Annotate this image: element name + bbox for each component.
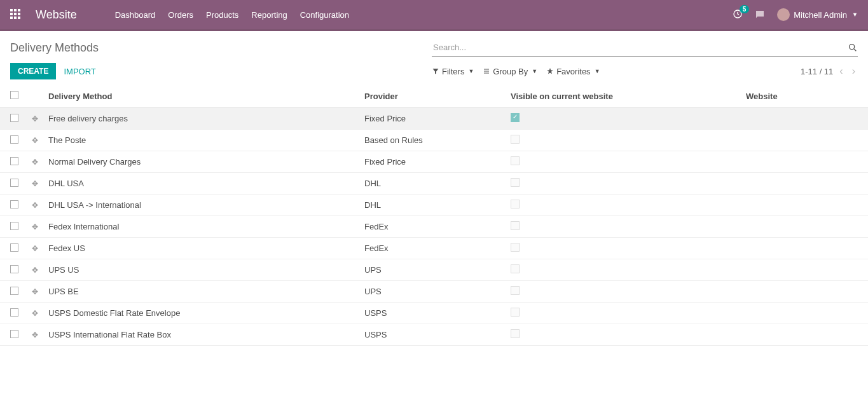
table-row[interactable]: ✥UPS USUPS: [0, 259, 868, 281]
table-row[interactable]: ✥Free delivery chargesFixed Price: [0, 108, 868, 130]
activity-badge: 5: [740, 5, 750, 13]
pager-prev[interactable]: ‹: [837, 65, 845, 77]
table-row[interactable]: ✥USPS International Flat Rate BoxUSPS: [0, 324, 868, 346]
search-icon[interactable]: [848, 43, 858, 53]
row-checkbox[interactable]: [10, 308, 18, 317]
cell-provider: UPS: [359, 259, 506, 281]
apps-icon[interactable]: [10, 9, 22, 20]
visible-checkbox: [511, 308, 520, 317]
row-checkbox[interactable]: [10, 243, 18, 252]
menu-dashboard[interactable]: Dashboard: [109, 10, 162, 20]
filter-area: Filters ▼ Group By ▼ Favorites ▼ 1-11 / …: [432, 65, 858, 77]
drag-handle-icon[interactable]: ✥: [32, 179, 38, 188]
favorites-button[interactable]: Favorites ▼: [546, 67, 600, 76]
pager-next[interactable]: ›: [850, 65, 858, 77]
visible-checkbox: [511, 221, 520, 230]
visible-checkbox: [511, 329, 520, 338]
select-all-checkbox[interactable]: [10, 91, 18, 99]
cell-provider: USPS: [359, 324, 506, 346]
control-panel: Delivery Methods CREATE IMPORT Filters ▼…: [0, 31, 868, 85]
visible-checkbox: [511, 286, 520, 295]
row-checkbox[interactable]: [10, 222, 18, 230]
star-icon: [546, 67, 554, 75]
menu-configuration[interactable]: Configuration: [294, 10, 355, 20]
cell-website: [741, 173, 868, 195]
menu-reporting[interactable]: Reporting: [245, 10, 293, 20]
table-row[interactable]: ✥USPS Domestic Flat Rate EnvelopeUSPS: [0, 303, 868, 324]
visible-checkbox: [511, 178, 520, 187]
col-provider[interactable]: Provider: [359, 85, 506, 108]
cell-method: USPS Domestic Flat Rate Envelope: [43, 303, 359, 324]
list-icon: [483, 67, 490, 75]
cell-website: [741, 151, 868, 173]
pager-text: 1-11 / 11: [801, 67, 833, 76]
cell-website: [741, 324, 868, 346]
row-checkbox[interactable]: [10, 179, 18, 187]
col-method[interactable]: Delivery Method: [43, 85, 359, 108]
table-row[interactable]: ✥Fedex InternationalFedEx: [0, 216, 868, 238]
row-checkbox[interactable]: [10, 330, 18, 338]
col-website[interactable]: Website: [741, 85, 868, 108]
drag-handle-icon[interactable]: ✥: [32, 266, 38, 275]
cell-method: Free delivery charges: [43, 108, 359, 130]
cell-provider: USPS: [359, 303, 506, 324]
brand[interactable]: Website: [36, 8, 77, 22]
search-input[interactable]: [432, 40, 848, 55]
breadcrumb: Delivery Methods: [10, 41, 99, 55]
topbar-right: 5 Mitchell Admin ▼: [733, 8, 858, 21]
row-checkbox[interactable]: [10, 135, 18, 144]
cell-website: [741, 216, 868, 238]
user-menu[interactable]: Mitchell Admin ▼: [777, 8, 858, 21]
cell-website: [741, 195, 868, 216]
search-bar: [432, 39, 858, 57]
cell-provider: FedEx: [359, 238, 506, 259]
cell-provider: Based on Rules: [359, 130, 506, 151]
row-checkbox[interactable]: [10, 287, 18, 295]
drag-handle-icon[interactable]: ✥: [32, 244, 38, 253]
col-visible[interactable]: Visible on current website: [506, 85, 741, 108]
table-row[interactable]: ✥Fedex USFedEx: [0, 238, 868, 259]
visible-checkbox: [511, 135, 520, 144]
drag-handle-icon[interactable]: ✥: [32, 222, 38, 231]
table-row[interactable]: ✥DHL USA -> InternationalDHL: [0, 195, 868, 216]
row-checkbox[interactable]: [10, 265, 18, 273]
cell-website: [741, 108, 868, 130]
caret-down-icon: ▼: [852, 11, 858, 18]
filters-button[interactable]: Filters ▼: [432, 67, 474, 76]
cell-website: [741, 130, 868, 151]
funnel-icon: [432, 67, 439, 75]
cell-website: [741, 303, 868, 324]
main-menu: Dashboard Orders Products Reporting Conf…: [109, 10, 355, 20]
cell-method: DHL USA: [43, 173, 359, 195]
drag-handle-icon[interactable]: ✥: [32, 114, 38, 123]
menu-products[interactable]: Products: [200, 10, 245, 20]
import-button[interactable]: IMPORT: [64, 67, 95, 76]
cell-method: UPS US: [43, 259, 359, 281]
cell-website: [741, 259, 868, 281]
row-checkbox[interactable]: [10, 114, 18, 122]
drag-handle-icon[interactable]: ✥: [32, 287, 38, 296]
drag-handle-icon[interactable]: ✥: [32, 136, 38, 145]
row-checkbox[interactable]: [10, 200, 18, 208]
table-row[interactable]: ✥The PosteBased on Rules: [0, 130, 868, 151]
user-name: Mitchell Admin: [794, 10, 847, 20]
create-button[interactable]: CREATE: [10, 63, 56, 79]
groupby-button[interactable]: Group By ▼: [483, 67, 537, 76]
row-checkbox[interactable]: [10, 157, 18, 165]
visible-checkbox: [511, 200, 520, 208]
activity-button[interactable]: 5: [733, 9, 743, 21]
drag-handle-icon[interactable]: ✥: [32, 201, 38, 210]
table-row[interactable]: ✥Normal Delivery ChargesFixed Price: [0, 151, 868, 173]
table-row[interactable]: ✥UPS BEUPS: [0, 281, 868, 303]
drag-handle-icon[interactable]: ✥: [32, 158, 38, 167]
caret-down-icon: ▼: [595, 68, 600, 74]
chat-icon[interactable]: [754, 9, 766, 20]
drag-handle-icon[interactable]: ✥: [32, 331, 38, 339]
avatar: [777, 8, 790, 21]
table-row[interactable]: ✥DHL USADHL: [0, 173, 868, 195]
caret-down-icon: ▼: [468, 68, 474, 74]
drag-handle-icon[interactable]: ✥: [32, 309, 38, 318]
svg-point-1: [850, 44, 855, 49]
cell-method: DHL USA -> International: [43, 195, 359, 216]
menu-orders[interactable]: Orders: [162, 10, 200, 20]
